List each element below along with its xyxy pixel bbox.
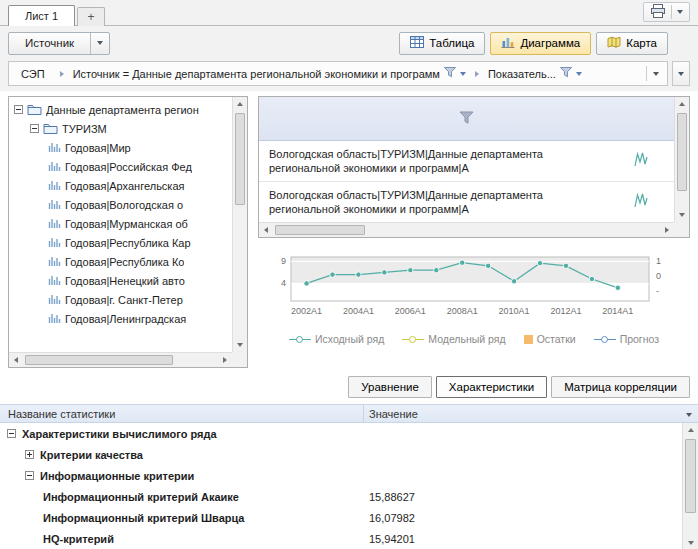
tab-correlation-matrix[interactable]: Матрица корреляции [551, 376, 690, 398]
filter-funnel-icon[interactable] [560, 67, 572, 80]
legend-label: Остатки [537, 333, 576, 345]
arrow-right-icon [223, 357, 227, 363]
tree-item[interactable]: Годовая|Ленинградская [9, 309, 232, 328]
tree-item[interactable]: Годовая|Республика Кар [9, 233, 232, 252]
tree-horizontal-scrollbar[interactable] [9, 352, 232, 367]
filter-funnel-icon[interactable] [444, 67, 456, 80]
series-list-header[interactable] [259, 97, 674, 141]
collapse-icon[interactable] [7, 429, 16, 438]
scrollbar-corner [674, 222, 689, 237]
dimension-tree: Данные департамента регион ТУРИЗМ Годова… [9, 97, 232, 352]
divider [646, 66, 647, 81]
chevron-down-icon[interactable] [460, 72, 466, 76]
table-icon [410, 36, 424, 50]
scroll-down-button[interactable] [675, 208, 689, 222]
stats-vertical-scrollbar[interactable] [682, 423, 698, 549]
legend-line-circle-icon [402, 335, 424, 344]
list-vertical-scrollbar[interactable] [674, 97, 689, 222]
scrollbar-thumb[interactable] [275, 225, 365, 235]
series-row-label: Вологодская область|ТУРИЗМ|Данные департ… [269, 188, 604, 217]
scroll-left-button[interactable] [9, 353, 23, 367]
tree-vertical-scrollbar[interactable] [232, 97, 247, 352]
breadcrumb-root[interactable]: СЭП [13, 68, 53, 80]
tab-sheet1-label: Лист 1 [25, 10, 58, 22]
tree-item[interactable]: Годовая|Вологодская о [9, 195, 232, 214]
scrollbar-thumb[interactable] [235, 113, 245, 205]
source-split-button[interactable]: Источник [8, 32, 110, 55]
indicator-filter-crumb[interactable]: Показатель... [486, 67, 584, 80]
tree-item[interactable]: Годовая|Мир [9, 138, 232, 157]
chevron-down-icon[interactable] [576, 72, 582, 76]
map-view-label: Карта [626, 37, 657, 49]
view-buttons-group: Таблица Диаграмма Карта [399, 32, 668, 55]
indicator-filter-label: Показатель... [488, 68, 556, 80]
table-row[interactable]: Информационный критерий Шварца 16,07982 [0, 507, 682, 528]
svg-text:2008A1: 2008A1 [447, 306, 478, 316]
tree-item-label: Годовая|Мурманская об [65, 218, 188, 230]
scroll-down-button[interactable] [684, 536, 698, 549]
svg-text:1: 1 [656, 256, 661, 266]
tree-node-tourism[interactable]: ТУРИЗМ [9, 119, 232, 138]
diagram-view-button[interactable]: Диаграмма [490, 32, 591, 55]
tree-item[interactable]: Годовая|Архангельская [9, 176, 232, 195]
tree-item[interactable]: Годовая|Республика Ко [9, 252, 232, 271]
svg-text:4: 4 [281, 278, 286, 288]
header-dropdown-button[interactable] [682, 408, 695, 421]
tree-item[interactable]: Годовая|Ненецкий авто [9, 271, 232, 290]
tab-characteristics[interactable]: Характеристики [436, 376, 547, 398]
statistics-table-body: Характеристики вычислимого ряда Критерии… [0, 423, 682, 549]
source-button[interactable]: Источник [9, 33, 90, 54]
table-row[interactable]: Критерии качества [0, 444, 682, 465]
sheet-tab-bar: Лист 1 + [0, 0, 698, 26]
table-view-button[interactable]: Таблица [399, 32, 485, 55]
right-column: Вологодская область|ТУРИЗМ|Данные департ… [258, 96, 690, 368]
tab-equation[interactable]: Уравнение [348, 376, 432, 398]
chart-legend: Исходный ряд Модельный ряд Остатки Прогн… [258, 333, 690, 345]
sparkline-icon [633, 150, 648, 172]
tree-item[interactable]: Годовая|Мурманская об [9, 214, 232, 233]
collapse-icon[interactable] [25, 471, 34, 480]
source-dropdown-button[interactable] [90, 33, 109, 54]
tree-item-label: Годовая|Архангельская [65, 180, 185, 192]
scroll-right-button[interactable] [218, 353, 232, 367]
table-view-label: Таблица [429, 37, 474, 49]
breadcrumb-menu-button[interactable] [672, 61, 690, 86]
svg-text:-: - [656, 286, 659, 296]
table-row[interactable]: Информационный критерий Акаике 15,88627 [0, 486, 682, 507]
scroll-right-button[interactable] [660, 223, 674, 237]
filter-funnel-icon[interactable] [459, 111, 474, 126]
table-row[interactable]: Информационные критерии [0, 465, 682, 486]
arrow-up-icon [237, 102, 243, 106]
scroll-left-button[interactable] [259, 223, 273, 237]
map-view-button[interactable]: Карта [596, 32, 668, 55]
breadcrumb-overflow-chevron[interactable] [653, 72, 659, 76]
series-row-label: Вологодская область|ТУРИЗМ|Данные департ… [269, 147, 604, 176]
print-button[interactable] [643, 2, 690, 22]
tab-sheet1[interactable]: Лист 1 [8, 5, 75, 26]
series-row[interactable]: Вологодская область|ТУРИЗМ|Данные департ… [259, 182, 674, 222]
new-tab-button[interactable]: + [77, 7, 105, 26]
series-row[interactable]: Вологодская область|ТУРИЗМ|Данные департ… [259, 141, 674, 182]
scrollbar-thumb[interactable] [677, 113, 687, 191]
scrollbar-thumb[interactable] [685, 439, 696, 513]
tree-item[interactable]: Годовая|Российская Фед [9, 157, 232, 176]
tree-item-label: Годовая|Ненецкий авто [65, 275, 185, 287]
table-row[interactable]: Характеристики вычислимого ряда [0, 423, 682, 444]
scrollbar-thumb[interactable] [25, 355, 173, 365]
table-row[interactable]: HQ-критерий 15,94201 [0, 528, 682, 549]
collapse-icon[interactable] [14, 105, 23, 114]
scroll-up-button[interactable] [233, 97, 247, 111]
source-filter-crumb[interactable]: Источник = Данные департамента региональ… [71, 67, 468, 80]
scroll-up-button[interactable] [675, 97, 689, 111]
series-icon [48, 160, 61, 174]
svg-text:2012A1: 2012A1 [550, 306, 581, 316]
list-horizontal-scrollbar[interactable] [259, 222, 674, 237]
scroll-down-button[interactable] [233, 338, 247, 352]
series-icon [48, 255, 61, 269]
scroll-up-button[interactable] [684, 423, 698, 437]
expand-icon[interactable] [25, 450, 34, 459]
tree-item[interactable]: Годовая|г. Санкт-Петер [9, 290, 232, 309]
tree-node-root[interactable]: Данные департамента регион [9, 100, 232, 119]
collapse-icon[interactable] [30, 124, 39, 133]
time-series-chart: 9410-2002A12004A12006A12008A12010A12012A… [258, 252, 690, 330]
